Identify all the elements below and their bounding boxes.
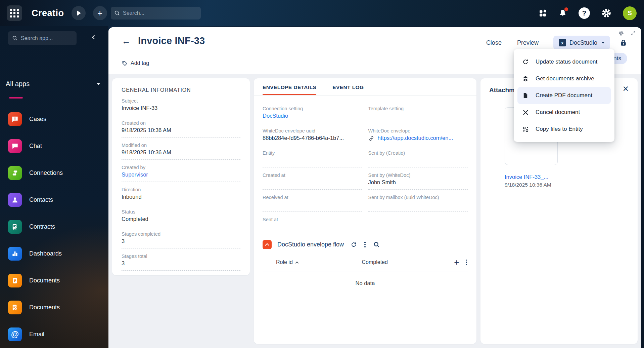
documents-icon: [8, 274, 22, 287]
field-template-setting[interactable]: Template setting: [368, 106, 468, 123]
global-search[interactable]: [111, 7, 201, 20]
tab-bar: ENVELOPE DETAILS EVENT LOG: [254, 78, 476, 95]
sidebar-item-contracts[interactable]: Contracts: [0, 213, 108, 240]
close-button[interactable]: Close: [486, 39, 502, 46]
table-menu-kebab-icon[interactable]: [465, 259, 468, 266]
whitedoc-envelope-link[interactable]: https://app.docstudio.com/en...: [378, 135, 453, 142]
field-whitedoc-envelope-uuid[interactable]: WhiteDoc envelope uuid 88bb284e-fd95-478…: [263, 128, 362, 145]
cases-icon: [8, 112, 22, 126]
field-subject[interactable]: Subject Invoice INF-33: [122, 98, 240, 115]
no-data-message: No data: [254, 280, 476, 286]
chevron-down-icon: [601, 42, 605, 44]
field-sent-at[interactable]: Sent at: [263, 217, 362, 234]
attachment-file-link[interactable]: Invoice INF-33_...: [505, 174, 629, 180]
collapse-sidebar-icon[interactable]: [92, 35, 96, 39]
field-stages-total[interactable]: Stages total 3: [122, 254, 240, 271]
help-icon[interactable]: ?: [579, 7, 590, 19]
tab-event-log[interactable]: EVENT LOG: [332, 84, 364, 95]
tab-envelope-details[interactable]: ENVELOPE DETAILS: [263, 84, 316, 95]
run-process-button[interactable]: [72, 6, 86, 20]
field-connection-setting[interactable]: Connection setting DocStudio: [263, 106, 362, 123]
search-icon[interactable]: [373, 241, 380, 248]
flow-table-header: Role id Completed +: [263, 258, 468, 271]
sidebar-item-dashboards[interactable]: Dashboards: [0, 240, 108, 267]
connection-setting-link[interactable]: DocStudio: [263, 113, 362, 120]
page-tools: [618, 31, 636, 36]
field-direction[interactable]: Direction Inbound: [122, 187, 240, 204]
sidebar-item-email[interactable]: @ Email: [0, 321, 108, 348]
documents-edit-icon: [8, 301, 22, 314]
field-received-at[interactable]: Received at: [263, 195, 362, 212]
notifications-bell-icon[interactable]: [558, 9, 567, 17]
x-icon: [522, 109, 529, 116]
all-apps-selector[interactable]: All apps: [6, 80, 100, 88]
envelope-flow-title[interactable]: DocStudio envelope flow: [277, 241, 344, 248]
field-stages-completed[interactable]: Stages completed 3: [122, 231, 240, 248]
field-created-at[interactable]: Created at: [263, 172, 362, 190]
sidebar-item-contacts[interactable]: Contacts: [0, 186, 108, 213]
contracts-icon: [8, 220, 22, 234]
created-by-link[interactable]: Supervisor: [122, 171, 240, 179]
sort-asc-icon: [295, 261, 298, 265]
settings-gear-icon[interactable]: [601, 8, 611, 18]
all-apps-label: All apps: [6, 80, 30, 88]
notification-badge: [564, 7, 568, 11]
menu-item-copy-files[interactable]: Copy files to Entity: [517, 121, 611, 138]
field-created-on[interactable]: Created on 9/18/2025 10:36 AM: [122, 120, 240, 138]
add-button[interactable]: +: [93, 6, 107, 20]
sidebar-item-documents-2[interactable]: Documents: [0, 294, 108, 321]
user-avatar[interactable]: S: [623, 6, 637, 20]
sidebar-item-chat[interactable]: Chat: [0, 132, 108, 159]
workplace-switcher-icon[interactable]: [539, 9, 547, 17]
add-tag-button[interactable]: Add tag: [122, 60, 149, 66]
app-search[interactable]: [8, 31, 77, 45]
sidebar-item-cases[interactable]: Cases: [0, 106, 108, 132]
sidebar-item-documents[interactable]: Documents: [0, 267, 108, 294]
docstudio-button[interactable]: x DocStudio: [553, 36, 610, 50]
general-information-card: GENERAL INFORMATION Subject Invoice INF-…: [112, 78, 250, 275]
field-sent-by-mailbox[interactable]: Sent by mailbox (uuid WhiteDoc): [368, 195, 468, 212]
app-group-indicator: [9, 97, 23, 99]
back-arrow-icon[interactable]: ←: [122, 37, 131, 45]
tag-icon: [122, 61, 128, 66]
contacts-icon: [8, 193, 22, 207]
section-menu-kebab-icon[interactable]: [364, 241, 366, 248]
column-role-id[interactable]: Role id: [276, 259, 362, 265]
sidebar: All apps Cases Chat Connections Contacts: [0, 26, 108, 348]
global-search-input[interactable]: [123, 10, 190, 16]
link-icon: [368, 136, 374, 142]
copy-icon: [522, 125, 529, 133]
general-information-title: GENERAL INFORMATION: [122, 87, 240, 93]
field-sent-by-creatio[interactable]: Sent by (Creatio): [368, 150, 468, 167]
page-settings-gear-icon[interactable]: [618, 31, 624, 36]
file-icon: [522, 92, 529, 99]
layers-icon: [522, 75, 529, 82]
app-grid-icon[interactable]: [7, 5, 22, 21]
page-title: Invoice INF-33: [138, 35, 205, 46]
close-icon[interactable]: ✕: [623, 85, 629, 93]
field-created-by[interactable]: Created by Supervisor: [122, 165, 240, 182]
menu-item-get-archive[interactable]: Get documents archive: [517, 70, 611, 87]
field-sent-by-whitedoc[interactable]: Sent by (WhiteDoc) John Smith: [368, 172, 468, 190]
field-status[interactable]: Status Completed: [122, 209, 240, 226]
expand-icon[interactable]: [631, 31, 636, 36]
app-search-input[interactable]: [21, 35, 71, 41]
app-list: Cases Chat Connections Contacts Contract…: [0, 106, 108, 348]
field-entity[interactable]: Entity: [263, 150, 362, 167]
sidebar-item-connections[interactable]: Connections: [0, 159, 108, 186]
field-modified-on[interactable]: Modified on 9/18/2025 10:36 AM: [122, 143, 240, 160]
add-row-icon[interactable]: +: [454, 258, 459, 267]
lock-icon[interactable]: [619, 39, 627, 47]
preview-button[interactable]: Preview: [517, 39, 539, 46]
column-completed[interactable]: Completed: [362, 259, 448, 265]
field-whitedoc-envelope[interactable]: WhiteDoc envelope https://app.docstudio.…: [368, 128, 468, 145]
refresh-icon: [522, 58, 529, 66]
collapse-section-icon[interactable]: [263, 240, 272, 249]
connections-icon: [8, 166, 22, 180]
menu-item-cancel-document[interactable]: Cancel document: [517, 104, 611, 121]
attachment-file-date: 9/18/2025 10:36 AM: [505, 182, 629, 188]
menu-item-create-pdf[interactable]: Create PDF document: [517, 87, 611, 104]
menu-item-update-status[interactable]: Update status document: [517, 53, 611, 70]
refresh-icon[interactable]: [351, 241, 357, 248]
search-icon: [114, 10, 120, 16]
